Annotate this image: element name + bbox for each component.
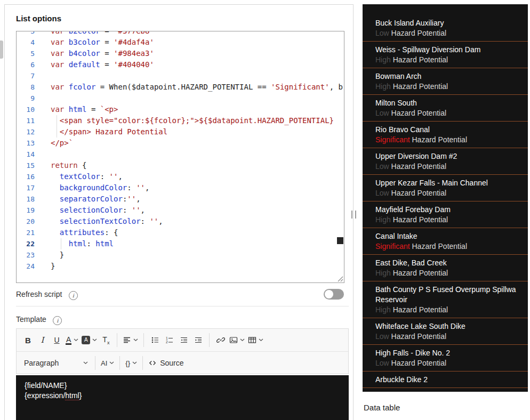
font-size-dropdown[interactable]: AI xyxy=(99,355,116,371)
arcade-code-editor[interactable]: 3var b2color = '#377eb8'4var b3color = '… xyxy=(16,31,344,283)
link-button[interactable] xyxy=(213,332,228,348)
code-line: 15return { xyxy=(17,160,344,171)
item-name: Upper Kezar Falls - Main Channel xyxy=(375,178,523,188)
list-item[interactable]: Upper Diversion Dam #2Low Hazard Potenti… xyxy=(363,148,528,175)
line-number: 14 xyxy=(17,149,35,160)
code-line: 21 attributes: { xyxy=(17,227,344,238)
item-hazard: High Hazard Potential xyxy=(375,305,523,315)
line-number: 18 xyxy=(17,193,35,205)
item-name: Canal Intake xyxy=(375,231,523,241)
paragraph-style-dropdown[interactable]: Paragraph xyxy=(21,355,91,371)
list-item[interactable]: Bowman ArchHigh Hazard Potential xyxy=(363,68,528,95)
font-color-button[interactable]: A xyxy=(64,332,80,348)
list-item[interactable]: East Dike, Bad CreekHigh Hazard Potentia… xyxy=(363,255,528,281)
line-number: 17 xyxy=(17,182,35,193)
list-item[interactable]: Upper Kezar Falls - Main ChannelLow Haza… xyxy=(363,175,528,201)
item-name: Arbuckle Dike 2 xyxy=(375,375,523,385)
hazard-list-panel: Buck Island AuxiliaryLow Hazard Potentia… xyxy=(363,4,528,392)
highlight-color-button[interactable]: A xyxy=(80,332,99,348)
data-table-title: Data table xyxy=(364,403,400,412)
decrease-indent-icon xyxy=(180,336,188,344)
list-item[interactable]: Milton SouthLow Hazard Potential xyxy=(363,95,528,122)
code-line: 16 textColor: '', xyxy=(17,171,344,182)
link-icon xyxy=(216,336,225,344)
code-line: 12 </span> Hazard Potential xyxy=(17,126,344,138)
paragraph-style-label: Paragraph xyxy=(24,359,59,367)
code-line: 4var b3color = '#4daf4a' xyxy=(17,37,344,48)
numbered-list-button[interactable]: 12 xyxy=(162,332,176,348)
chevron-down-icon xyxy=(92,338,97,342)
code-line: 17 backgroundColor: '', xyxy=(17,182,344,193)
decrease-indent-button[interactable] xyxy=(176,332,191,348)
item-name: East Dike, Bad Creek xyxy=(375,258,523,268)
list-item[interactable]: Arbuckle Dike 2 xyxy=(363,371,528,388)
toolbar-separator xyxy=(117,333,117,347)
source-code-icon xyxy=(148,359,157,367)
line-number: 21 xyxy=(17,227,35,238)
underline-button[interactable]: U xyxy=(50,332,64,348)
info-icon[interactable]: i xyxy=(69,291,78,300)
numbered-list-icon: 12 xyxy=(165,336,174,344)
line-number: 19 xyxy=(17,205,35,216)
italic-button[interactable]: I xyxy=(35,332,50,348)
info-icon[interactable]: i xyxy=(53,316,62,325)
item-hazard: Significant Hazard Potential xyxy=(375,135,523,145)
item-hazard: Low Hazard Potential xyxy=(375,332,523,342)
refresh-script-toggle[interactable] xyxy=(324,289,344,300)
item-name: Rio Bravo Canal xyxy=(375,125,523,135)
increase-indent-button[interactable] xyxy=(191,332,205,348)
svg-text:2: 2 xyxy=(166,340,168,344)
insert-field-dropdown[interactable]: {} xyxy=(124,355,139,371)
line-number: 11 xyxy=(17,115,35,126)
line-number: 3 xyxy=(17,31,35,37)
item-hazard: Low Hazard Potential xyxy=(375,28,523,38)
bulleted-list-button[interactable] xyxy=(148,332,162,348)
code-lines: 3var b2color = '#377eb8'4var b3color = '… xyxy=(17,31,344,272)
bulleted-list-icon xyxy=(151,336,159,344)
line-number: 24 xyxy=(17,261,35,272)
list-item[interactable]: Rio Bravo CanalSignificant Hazard Potent… xyxy=(363,122,528,148)
code-line: 24} xyxy=(17,261,344,272)
list-options-panel: List options 3var b2color = '#377eb8'4va… xyxy=(4,4,354,420)
source-button[interactable]: Source xyxy=(147,355,185,371)
alignment-button[interactable] xyxy=(121,332,140,348)
field-token: {field/NAME} xyxy=(25,381,340,391)
bold-button[interactable]: B xyxy=(21,332,35,348)
line-number: 13 xyxy=(17,138,35,149)
line-number: 7 xyxy=(17,70,35,82)
code-line: 11 <span style="color:${fcolor};">${$dat… xyxy=(17,115,344,126)
line-number: 15 xyxy=(17,160,35,171)
item-name: High Falls - Dike No. 2 xyxy=(375,348,523,358)
item-name: Bowman Arch xyxy=(375,71,523,82)
line-number: 4 xyxy=(17,37,35,48)
list-item[interactable]: Weiss - Spillway Diversion DamHigh Hazar… xyxy=(363,42,528,68)
toolbar-separator xyxy=(95,356,95,370)
item-hazard: High Hazard Potential xyxy=(375,82,523,92)
window-scrollbar-thumb[interactable] xyxy=(0,41,3,59)
clear-format-button[interactable]: Tx xyxy=(99,332,113,348)
list-item[interactable]: High Falls - Dike No. 2Low Hazard Potent… xyxy=(363,345,528,371)
list-item[interactable]: Mayfield Forebay DamHigh Hazard Potentia… xyxy=(363,201,528,228)
bold-icon: B xyxy=(25,336,31,345)
hazard-list: Buck Island AuxiliaryLow Hazard Potentia… xyxy=(363,4,528,388)
rich-text-toolbar: B I U A A Tx 12 xyxy=(16,328,349,374)
list-item[interactable]: Whiteface Lake South DikeLow Hazard Pote… xyxy=(363,318,528,345)
insert-table-button[interactable] xyxy=(246,332,265,348)
list-item[interactable]: Bath County P S Fused Overpump SpillwaRe… xyxy=(363,281,528,318)
resize-grip-icon[interactable] xyxy=(338,276,343,282)
align-left-icon xyxy=(123,336,131,344)
editor-scrollbar-thumb[interactable] xyxy=(337,237,343,244)
line-number: 5 xyxy=(17,48,35,59)
panel-resize-handle[interactable] xyxy=(351,211,356,219)
code-line: 19 selectionColor: '', xyxy=(17,205,344,216)
code-line: 8var fcolor = When($datapoint.HAZARD_POT… xyxy=(17,82,344,93)
code-line: 6var default = '#404040' xyxy=(17,59,344,70)
italic-icon: I xyxy=(41,335,44,345)
list-item[interactable]: Canal IntakeSignificant Hazard Potential xyxy=(363,228,528,255)
template-editor[interactable]: {field/NAME} {expression/html} xyxy=(16,375,349,420)
list-item[interactable]: Buck Island AuxiliaryLow Hazard Potentia… xyxy=(363,15,528,42)
chevron-down-icon xyxy=(109,361,114,365)
item-hazard: High Hazard Potential xyxy=(375,55,523,65)
insert-image-button[interactable] xyxy=(228,332,246,348)
item-hazard: High Hazard Potential xyxy=(375,215,523,225)
